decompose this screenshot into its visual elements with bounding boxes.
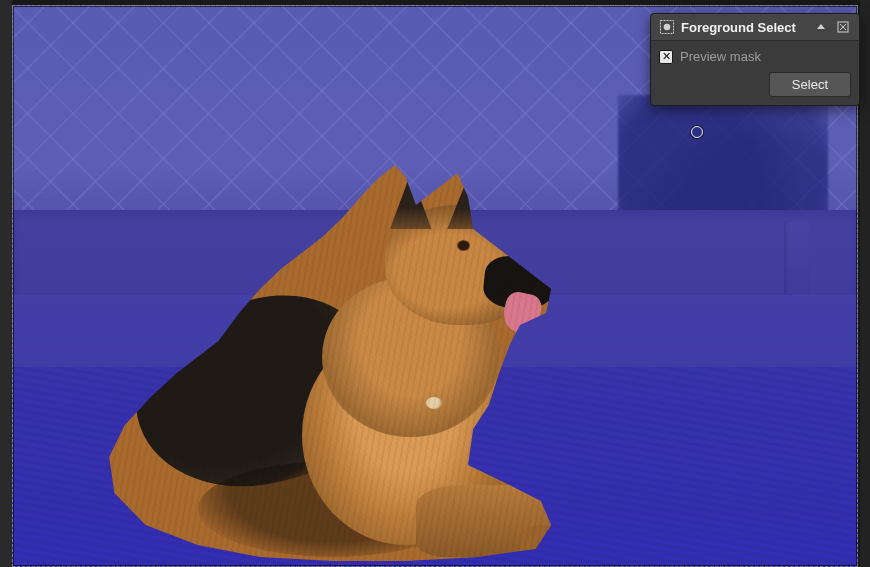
ruler-left	[0, 0, 12, 567]
dialog-title: Foreground Select	[681, 20, 807, 35]
select-button[interactable]: Select	[769, 72, 851, 97]
preview-mask-checkbox[interactable]: ✕	[659, 50, 673, 64]
svg-point-1	[664, 24, 671, 31]
dialog-close-button[interactable]	[835, 19, 851, 35]
preview-mask-label: Preview mask	[680, 49, 761, 64]
dialog-button-row: Select	[659, 72, 851, 97]
preview-mask-row[interactable]: ✕ Preview mask	[659, 47, 851, 72]
dialog-collapse-button[interactable]	[813, 19, 829, 35]
dialog-titlebar[interactable]: Foreground Select	[651, 14, 859, 41]
scrollbar-right[interactable]	[860, 0, 870, 567]
foreground-select-icon	[659, 19, 675, 35]
foreground-select-dialog[interactable]: Foreground Select ✕ Preview mask Select	[650, 13, 860, 106]
dialog-body: ✕ Preview mask Select	[651, 41, 859, 105]
editor-viewport: Foreground Select ✕ Preview mask Select	[0, 0, 870, 567]
